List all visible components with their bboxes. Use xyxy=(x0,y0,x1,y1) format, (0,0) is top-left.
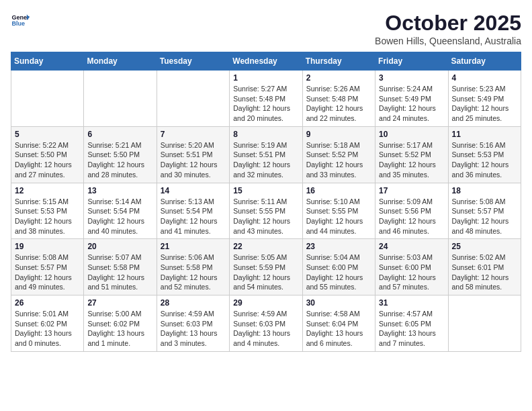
day-info: Sunrise: 5:07 AMSunset: 5:58 PMDaylight:… xyxy=(87,253,152,292)
day-number: 16 xyxy=(306,186,371,195)
calendar-cell: 26Sunrise: 5:01 AMSunset: 6:02 PMDayligh… xyxy=(11,295,84,352)
calendar-cell: 3Sunrise: 5:24 AMSunset: 5:49 PMDaylight… xyxy=(375,71,448,127)
day-info: Sunrise: 5:20 AMSunset: 5:51 PMDaylight:… xyxy=(161,140,226,180)
header-day-friday: Friday xyxy=(375,52,448,71)
day-info: Sunrise: 5:27 AMSunset: 5:48 PMDaylight:… xyxy=(233,84,298,124)
day-number: 17 xyxy=(379,186,444,195)
day-info: Sunrise: 5:01 AMSunset: 6:02 PMDaylight:… xyxy=(15,309,80,349)
day-number: 29 xyxy=(233,298,298,308)
day-number: 23 xyxy=(306,242,371,251)
calendar-cell: 10Sunrise: 5:17 AMSunset: 5:52 PMDayligh… xyxy=(375,126,448,183)
day-info: Sunrise: 5:21 AMSunset: 5:50 PMDaylight:… xyxy=(87,140,152,180)
day-info: Sunrise: 5:15 AMSunset: 5:53 PMDaylight:… xyxy=(15,197,80,236)
week-row-4: 19Sunrise: 5:08 AMSunset: 5:57 PMDayligh… xyxy=(11,239,521,295)
week-row-5: 26Sunrise: 5:01 AMSunset: 6:02 PMDayligh… xyxy=(11,295,521,352)
day-info: Sunrise: 5:23 AMSunset: 5:49 PMDaylight:… xyxy=(452,84,517,124)
day-info: Sunrise: 5:18 AMSunset: 5:52 PMDaylight:… xyxy=(306,140,371,180)
calendar-cell: 18Sunrise: 5:08 AMSunset: 5:57 PMDayligh… xyxy=(448,183,521,239)
day-number: 12 xyxy=(15,186,80,195)
day-number: 2 xyxy=(306,73,371,83)
day-info: Sunrise: 5:06 AMSunset: 5:58 PMDaylight:… xyxy=(161,253,226,292)
day-info: Sunrise: 5:16 AMSunset: 5:53 PMDaylight:… xyxy=(452,140,517,180)
calendar-cell: 16Sunrise: 5:10 AMSunset: 5:55 PMDayligh… xyxy=(302,183,375,239)
day-info: Sunrise: 5:03 AMSunset: 6:00 PMDaylight:… xyxy=(379,253,444,292)
day-info: Sunrise: 5:26 AMSunset: 5:48 PMDaylight:… xyxy=(306,84,371,124)
day-number: 1 xyxy=(233,73,298,83)
day-number: 5 xyxy=(15,130,80,139)
day-number: 10 xyxy=(379,130,444,139)
location-subtitle: Bowen Hills, Queensland, Australia xyxy=(375,36,521,46)
logo-icon: General Blue xyxy=(11,11,30,30)
calendar-cell: 12Sunrise: 5:15 AMSunset: 5:53 PMDayligh… xyxy=(11,183,84,239)
day-info: Sunrise: 5:11 AMSunset: 5:55 PMDaylight:… xyxy=(233,197,298,236)
day-info: Sunrise: 5:24 AMSunset: 5:49 PMDaylight:… xyxy=(379,84,444,124)
day-info: Sunrise: 4:58 AMSunset: 6:04 PMDaylight:… xyxy=(306,309,371,349)
day-number: 24 xyxy=(379,242,444,251)
calendar-cell: 8Sunrise: 5:19 AMSunset: 5:51 PMDaylight… xyxy=(230,126,302,183)
day-info: Sunrise: 5:10 AMSunset: 5:55 PMDaylight:… xyxy=(306,197,371,236)
calendar-cell: 11Sunrise: 5:16 AMSunset: 5:53 PMDayligh… xyxy=(448,126,521,183)
calendar-cell: 5Sunrise: 5:22 AMSunset: 5:50 PMDaylight… xyxy=(11,126,84,183)
header-day-wednesday: Wednesday xyxy=(230,52,302,71)
calendar-cell: 25Sunrise: 5:02 AMSunset: 6:01 PMDayligh… xyxy=(448,239,521,295)
calendar-cell: 19Sunrise: 5:08 AMSunset: 5:57 PMDayligh… xyxy=(11,239,84,295)
calendar-cell: 17Sunrise: 5:09 AMSunset: 5:56 PMDayligh… xyxy=(375,183,448,239)
header-day-sunday: Sunday xyxy=(11,52,84,71)
svg-text:Blue: Blue xyxy=(11,20,25,27)
day-number: 13 xyxy=(87,186,152,195)
calendar-cell: 4Sunrise: 5:23 AMSunset: 5:49 PMDaylight… xyxy=(448,71,521,127)
calendar-cell: 14Sunrise: 5:13 AMSunset: 5:54 PMDayligh… xyxy=(157,183,229,239)
day-number: 9 xyxy=(306,130,371,139)
logo: General Blue xyxy=(11,11,30,30)
calendar-cell: 21Sunrise: 5:06 AMSunset: 5:58 PMDayligh… xyxy=(157,239,229,295)
day-info: Sunrise: 5:04 AMSunset: 6:00 PMDaylight:… xyxy=(306,253,371,292)
day-info: Sunrise: 4:59 AMSunset: 6:03 PMDaylight:… xyxy=(233,309,298,349)
day-number: 14 xyxy=(161,186,226,195)
calendar-cell: 20Sunrise: 5:07 AMSunset: 5:58 PMDayligh… xyxy=(84,239,157,295)
day-number: 6 xyxy=(87,130,152,139)
day-number: 27 xyxy=(87,298,152,308)
day-number: 19 xyxy=(15,242,80,251)
calendar-cell: 6Sunrise: 5:21 AMSunset: 5:50 PMDaylight… xyxy=(84,126,157,183)
day-number: 4 xyxy=(452,73,517,83)
day-number: 20 xyxy=(87,242,152,251)
day-number: 18 xyxy=(452,186,517,195)
header-day-monday: Monday xyxy=(84,52,157,71)
calendar-cell: 29Sunrise: 4:59 AMSunset: 6:03 PMDayligh… xyxy=(230,295,302,352)
day-number: 3 xyxy=(379,73,444,83)
calendar-cell: 22Sunrise: 5:05 AMSunset: 5:59 PMDayligh… xyxy=(230,239,302,295)
day-info: Sunrise: 5:08 AMSunset: 5:57 PMDaylight:… xyxy=(15,253,80,292)
day-number: 26 xyxy=(15,298,80,308)
calendar-cell: 23Sunrise: 5:04 AMSunset: 6:00 PMDayligh… xyxy=(302,239,375,295)
day-number: 11 xyxy=(452,130,517,139)
day-info: Sunrise: 5:14 AMSunset: 5:54 PMDaylight:… xyxy=(87,197,152,236)
calendar-cell: 13Sunrise: 5:14 AMSunset: 5:54 PMDayligh… xyxy=(84,183,157,239)
week-row-1: 1Sunrise: 5:27 AMSunset: 5:48 PMDaylight… xyxy=(11,71,521,127)
calendar-cell: 1Sunrise: 5:27 AMSunset: 5:48 PMDaylight… xyxy=(230,71,302,127)
calendar-cell: 31Sunrise: 4:57 AMSunset: 6:05 PMDayligh… xyxy=(375,295,448,352)
calendar-cell: 27Sunrise: 5:00 AMSunset: 6:02 PMDayligh… xyxy=(84,295,157,352)
calendar-cell: 7Sunrise: 5:20 AMSunset: 5:51 PMDaylight… xyxy=(157,126,229,183)
header-row: SundayMondayTuesdayWednesdayThursdayFrid… xyxy=(11,52,521,71)
header-day-tuesday: Tuesday xyxy=(157,52,229,71)
day-info: Sunrise: 5:08 AMSunset: 5:57 PMDaylight:… xyxy=(452,197,517,236)
day-info: Sunrise: 5:19 AMSunset: 5:51 PMDaylight:… xyxy=(233,140,298,180)
calendar-cell: 9Sunrise: 5:18 AMSunset: 5:52 PMDaylight… xyxy=(302,126,375,183)
calendar-cell xyxy=(157,71,229,127)
day-number: 21 xyxy=(161,242,226,251)
day-info: Sunrise: 5:22 AMSunset: 5:50 PMDaylight:… xyxy=(15,140,80,180)
day-number: 30 xyxy=(306,298,371,308)
day-number: 28 xyxy=(161,298,226,308)
calendar-cell xyxy=(84,71,157,127)
calendar-table: SundayMondayTuesdayWednesdayThursdayFrid… xyxy=(11,52,521,352)
day-info: Sunrise: 5:02 AMSunset: 6:01 PMDaylight:… xyxy=(452,253,517,292)
day-number: 7 xyxy=(161,130,226,139)
header-day-thursday: Thursday xyxy=(302,52,375,71)
calendar-cell xyxy=(448,295,521,352)
calendar-cell: 24Sunrise: 5:03 AMSunset: 6:00 PMDayligh… xyxy=(375,239,448,295)
day-info: Sunrise: 5:00 AMSunset: 6:02 PMDaylight:… xyxy=(87,309,152,349)
day-info: Sunrise: 4:57 AMSunset: 6:05 PMDaylight:… xyxy=(379,309,444,349)
calendar-body: 1Sunrise: 5:27 AMSunset: 5:48 PMDaylight… xyxy=(11,71,521,352)
calendar-cell xyxy=(11,71,84,127)
calendar-cell: 2Sunrise: 5:26 AMSunset: 5:48 PMDaylight… xyxy=(302,71,375,127)
